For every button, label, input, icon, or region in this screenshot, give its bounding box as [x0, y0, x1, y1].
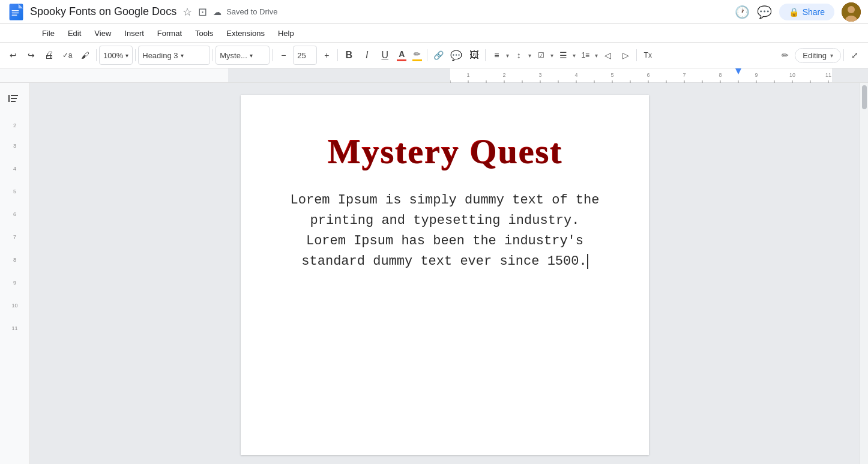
checklist-chevron-icon: ▾	[550, 52, 553, 59]
highlight-button[interactable]: ✏	[410, 48, 424, 62]
svg-text:7: 7	[683, 72, 686, 78]
saved-status: Saved to Drive	[226, 7, 277, 16]
toolbar-divider-1	[96, 49, 97, 61]
zoom-select[interactable]: 100% ▾	[99, 46, 133, 65]
paragraph-style-select[interactable]: Heading 3 ▾	[138, 46, 210, 65]
zoom-value: 100%	[103, 51, 123, 60]
user-avatar[interactable]	[842, 2, 861, 22]
redo-button[interactable]: ↪	[23, 47, 40, 64]
svg-text:11: 11	[825, 72, 831, 78]
history-icon[interactable]: 🕐	[735, 5, 750, 19]
expand-button[interactable]: ⤢	[846, 47, 863, 64]
toolbar-divider-7	[485, 49, 486, 61]
zoom-chevron-icon: ▾	[125, 52, 128, 59]
docs-logo-icon	[7, 3, 25, 21]
document-body[interactable]: Lorem Ipsum is simply dummy text of the …	[289, 190, 601, 272]
menu-tools[interactable]: Tools	[189, 26, 219, 40]
bold-button[interactable]: B	[340, 47, 357, 64]
menu-extensions[interactable]: Extensions	[220, 26, 271, 40]
highlight-color-bar	[412, 59, 422, 61]
bullet-list-button[interactable]: ☰	[555, 47, 571, 64]
menu-edit[interactable]: Edit	[62, 26, 87, 40]
svg-rect-3	[12, 10, 19, 11]
suggest-icon[interactable]: ✏	[777, 47, 794, 64]
italic-button[interactable]: I	[358, 47, 375, 64]
scrollbar-thumb[interactable]	[862, 85, 867, 109]
line-spacing-chevron-icon: ▾	[528, 52, 531, 59]
cursor: ​	[587, 254, 588, 269]
clear-formatting-button[interactable]: Tx	[639, 47, 656, 64]
numbered-list-button[interactable]: 1≡	[577, 47, 594, 64]
document-area[interactable]: Mystery Quest Lorem Ipsum is simply dumm…	[30, 83, 860, 464]
insert-comment-button[interactable]: 💬	[448, 47, 465, 64]
font-color-button[interactable]: A	[394, 48, 409, 62]
toolbar-divider-3	[212, 49, 213, 61]
svg-rect-50	[11, 101, 16, 102]
insert-link-button[interactable]: 🔗	[430, 47, 447, 64]
bullet-chevron-icon: ▾	[573, 52, 576, 59]
menu-view[interactable]: View	[88, 26, 117, 40]
outline-toggle[interactable]	[0, 83, 29, 116]
document-heading: Mystery Quest	[289, 131, 601, 171]
svg-text:8: 8	[719, 72, 722, 78]
menu-help[interactable]: Help	[272, 26, 300, 40]
insert-image-button[interactable]: 🖼	[466, 47, 483, 64]
share-label: Share	[803, 7, 825, 17]
ruler: 1 2 3 4 5 6 7 8	[0, 68, 868, 83]
svg-marker-46	[735, 68, 741, 74]
font-value: Myste...	[220, 51, 247, 60]
left-panel: 2 3 4 5 6 7 8 9 10 11	[0, 83, 30, 464]
font-size-increase-button[interactable]: +	[318, 47, 335, 64]
svg-rect-5	[12, 14, 17, 16]
menu-format[interactable]: Format	[151, 26, 188, 40]
font-select[interactable]: Myste... ▾	[215, 46, 270, 65]
heading-text: Mystery Quest	[327, 131, 562, 170]
align-chevron-icon: ▾	[506, 52, 509, 59]
font-size-decrease-button[interactable]: −	[275, 47, 292, 64]
font-size-input[interactable]: 25	[293, 46, 317, 65]
font-chevron-icon: ▾	[250, 52, 253, 59]
indent-increase-button[interactable]: ▷	[617, 47, 634, 64]
star-icon[interactable]: ☆	[181, 4, 193, 20]
editing-mode-select[interactable]: Editing ▾	[795, 48, 841, 63]
vertical-scrollbar[interactable]	[860, 83, 868, 464]
editing-chevron-icon: ▾	[830, 52, 833, 59]
svg-text:2: 2	[502, 72, 505, 78]
spell-check-button[interactable]: ✓a	[59, 47, 76, 64]
print-button[interactable]: 🖨	[41, 47, 58, 64]
svg-text:6: 6	[646, 72, 649, 78]
svg-rect-1	[10, 4, 23, 20]
menu-file[interactable]: File	[36, 26, 61, 40]
share-button[interactable]: 🔒 Share	[779, 4, 834, 20]
numbered-chevron-icon: ▾	[595, 52, 598, 59]
undo-button[interactable]: ↩	[5, 47, 22, 64]
title-bar: Spooky Fonts on Google Docs ☆ ⊡ ☁ Saved …	[0, 0, 868, 24]
ruler-left-margin	[228, 68, 450, 82]
font-size-value: 25	[297, 51, 306, 60]
svg-text:5: 5	[610, 72, 613, 78]
lock-icon: 🔒	[789, 7, 799, 17]
menu-insert[interactable]: Insert	[118, 26, 150, 40]
toolbar-divider-8	[636, 49, 637, 61]
ruler-right-margin	[832, 68, 868, 82]
document-page: Mystery Quest Lorem Ipsum is simply dumm…	[241, 95, 649, 455]
paragraph-style-value: Heading 3	[142, 51, 178, 60]
cloud-saved-icon[interactable]: ☁	[212, 6, 223, 18]
align-button[interactable]: ≡	[488, 47, 505, 64]
main-area: 2 3 4 5 6 7 8 9 10 11 Mystery Quest Lore…	[0, 83, 868, 464]
toolbar-divider-5	[337, 49, 338, 61]
svg-text:10: 10	[789, 72, 795, 78]
svg-text:3: 3	[538, 72, 541, 78]
folder-icon[interactable]: ⊡	[197, 4, 208, 20]
comments-icon[interactable]: 💬	[757, 5, 772, 19]
paint-format-button[interactable]: 🖌	[77, 47, 94, 64]
font-color-bar	[397, 59, 406, 61]
checklist-button[interactable]: ☑	[532, 47, 549, 64]
toolbar: ↩ ↪ 🖨 ✓a 🖌 100% ▾ Heading 3 ▾ Myste... ▾…	[0, 42, 868, 68]
document-title: Spooky Fonts on Google Docs	[30, 5, 176, 18]
toolbar-divider-4	[272, 49, 273, 61]
indent-decrease-button[interactable]: ◁	[599, 47, 616, 64]
underline-button[interactable]: U	[376, 47, 393, 64]
svg-point-7	[848, 6, 855, 13]
line-spacing-button[interactable]: ↕	[510, 47, 527, 64]
